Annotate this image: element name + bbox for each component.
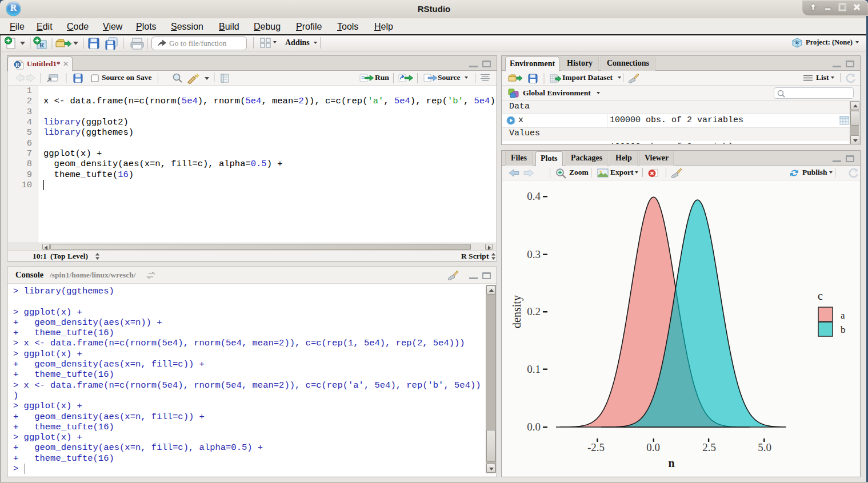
svg-text:0.1: 0.1 (527, 363, 541, 375)
svg-text:0.2: 0.2 (527, 305, 541, 317)
svg-text:0.4: 0.4 (527, 190, 541, 202)
svg-text:n: n (668, 457, 674, 469)
svg-text:a: a (841, 310, 845, 321)
svg-text:c: c (818, 289, 823, 302)
svg-text:b: b (841, 324, 846, 335)
svg-text:5.0: 5.0 (758, 441, 771, 453)
svg-text:0.3: 0.3 (527, 248, 541, 260)
svg-text:2.5: 2.5 (702, 441, 716, 453)
svg-text:density: density (510, 295, 523, 328)
svg-text:R: R (795, 39, 799, 45)
svg-text:R: R (15, 62, 19, 68)
svg-text:0.0: 0.0 (646, 441, 660, 453)
svg-text:-2.5: -2.5 (587, 441, 605, 453)
svg-text:0.0: 0.0 (527, 421, 541, 433)
